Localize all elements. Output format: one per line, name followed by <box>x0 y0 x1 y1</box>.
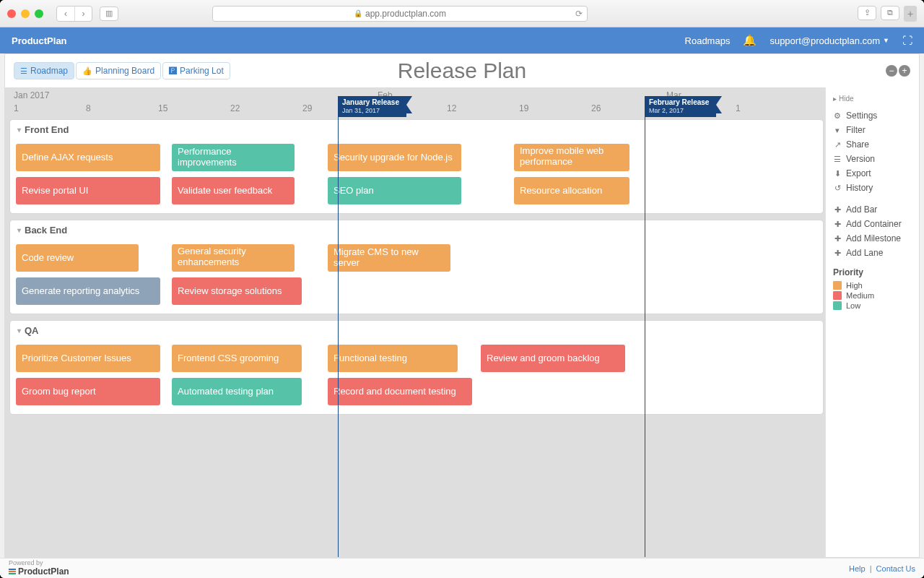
milestone-date: Jan 31, 2017 <box>342 107 399 115</box>
brand-logo[interactable]: ProductPlan <box>12 35 67 46</box>
roadmap-bar[interactable]: Functional testing <box>328 345 458 372</box>
url-bar[interactable]: 🔒 app.productplan.com ⟳ <box>212 6 588 22</box>
back-button[interactable]: ‹ <box>57 7 74 21</box>
reload-icon[interactable]: ⟳ <box>575 9 583 19</box>
roadmap-bar[interactable]: Migrate CMS to new server <box>328 244 450 272</box>
lane-header[interactable]: ▾QA <box>10 321 823 340</box>
plus-icon: ✚ <box>833 205 842 215</box>
roadmap-bar[interactable]: Generate reporting analytics <box>16 277 160 305</box>
menu-share[interactable]: ↗Share <box>833 137 912 152</box>
day-label: 19 <box>519 103 528 113</box>
zoom-controls: − + <box>886 65 910 77</box>
plus-icon: ✚ <box>833 234 842 243</box>
menu-export[interactable]: ⬇Export <box>833 166 912 181</box>
browser-chrome: ‹ › ▥ 🔒 app.productplan.com ⟳ ⇪ ⧉ + <box>0 0 924 27</box>
tab-roadmap[interactable]: ☰Roadmap <box>14 62 74 79</box>
legend-swatch <box>833 301 842 310</box>
powered-by: Powered by <box>9 560 69 566</box>
caret-down-icon: ▼ <box>883 37 889 44</box>
roadmap-bar[interactable]: Groom bug report <box>16 378 160 405</box>
header-row: ☰Roadmap 👍Planning Board 🅿Parking Lot Re… <box>5 54 919 87</box>
window-controls <box>7 9 43 18</box>
day-label: 22 <box>230 103 240 113</box>
gear-icon: ⚙ <box>833 111 842 121</box>
footer: Powered by ProductPlan Help | Contact Us <box>0 558 924 578</box>
planning-icon: 👍 <box>82 66 92 76</box>
lane-header[interactable]: ▾Back End <box>10 220 823 240</box>
add-container[interactable]: ✚Add Container <box>833 217 912 231</box>
notifications-icon[interactable]: 🔔 <box>743 34 757 47</box>
legend-item[interactable]: Medium <box>833 290 912 301</box>
milestone[interactable]: January Release Jan 31, 2017 <box>338 96 339 557</box>
lane: ▾Back EndCode reviewGeneral security enh… <box>9 220 824 314</box>
sidebar-toggle[interactable]: ▥ <box>100 7 118 21</box>
nav-back-forward: ‹ › <box>56 6 92 22</box>
roadmap-bar[interactable]: Define AJAX requests <box>16 144 160 171</box>
share-button[interactable]: ⇪ <box>858 6 876 20</box>
lock-icon: 🔒 <box>354 9 362 17</box>
chevron-down-icon: ▾ <box>17 327 21 335</box>
menu-filter[interactable]: ▾Filter <box>833 123 912 137</box>
add-bar[interactable]: ✚Add Bar <box>833 202 912 217</box>
lane: ▾Front EndDefine AJAX requestsPerformanc… <box>9 119 824 214</box>
tab-planning-board[interactable]: 👍Planning Board <box>76 62 161 79</box>
contact-link[interactable]: Contact Us <box>876 564 915 573</box>
milestone[interactable]: February Release Mar 2, 2017 <box>645 96 645 557</box>
roadmap-bar[interactable]: Performance improvements <box>172 144 295 171</box>
maximize-window[interactable] <box>35 9 43 18</box>
view-tabs: ☰Roadmap 👍Planning Board 🅿Parking Lot <box>14 62 230 79</box>
tabs-button[interactable]: ⧉ <box>881 6 899 20</box>
app-bar: ProductPlan Roadmaps 🔔 support@productpl… <box>0 27 924 53</box>
legend-label: Medium <box>846 291 874 300</box>
roadmap-bar[interactable]: Review and groom backlog <box>481 345 625 372</box>
lane-header[interactable]: ▾Front End <box>10 120 823 139</box>
roadmap-bar[interactable]: Code review <box>16 244 139 272</box>
user-menu[interactable]: support@productplan.com ▼ <box>770 35 889 46</box>
roadmap-icon: ☰ <box>20 66 27 76</box>
legend-item[interactable]: Low <box>833 301 912 311</box>
add-lane[interactable]: ✚Add Lane <box>833 246 912 260</box>
menu-version[interactable]: ☰Version <box>833 152 912 166</box>
day-label: 26 <box>591 103 601 113</box>
roadmap-bar[interactable]: Automated testing plan <box>172 378 302 405</box>
roadmap-bar[interactable]: Review storage solutions <box>172 277 302 305</box>
legend-label: High <box>846 281 863 290</box>
help-link[interactable]: Help <box>849 564 866 573</box>
timeline[interactable]: Jan 2017 Feb Mar 18152229512192651 Janua… <box>5 87 825 557</box>
legend-item[interactable]: High <box>833 280 912 290</box>
milestone-title: February Release <box>649 98 709 107</box>
footer-brand: ProductPlan <box>18 566 69 577</box>
roadmap-bar[interactable]: SEO plan <box>328 177 461 204</box>
roadmap-bar[interactable]: Record and document testing <box>328 378 472 405</box>
roadmap-bar[interactable]: Improve mobile web performance <box>514 144 629 171</box>
day-label: 1 <box>736 103 741 113</box>
zoom-in[interactable]: + <box>899 65 910 77</box>
legend-label: Low <box>846 301 860 310</box>
content-area: ☰Roadmap 👍Planning Board 🅿Parking Lot Re… <box>4 53 920 558</box>
fullscreen-icon[interactable]: ⛶ <box>902 35 912 46</box>
forward-button[interactable]: › <box>74 7 92 21</box>
roadmap-bar[interactable]: General security enhancements <box>172 244 295 272</box>
milestone-title: January Release <box>342 98 399 107</box>
close-window[interactable] <box>7 9 16 18</box>
hide-panel[interactable]: ▸Hide <box>833 95 912 103</box>
roadmap-bar[interactable]: Validate user feedback <box>172 177 295 204</box>
plus-icon: ✚ <box>833 220 842 229</box>
tab-parking-lot[interactable]: 🅿Parking Lot <box>162 62 230 79</box>
roadmap-bar[interactable]: Prioritize Customer Issues <box>16 345 160 372</box>
legend-swatch <box>833 291 842 300</box>
day-label: 15 <box>158 103 167 113</box>
roadmap-bar[interactable]: Resource allocation <box>514 177 629 204</box>
menu-history[interactable]: ↺History <box>833 181 912 195</box>
roadmap-bar[interactable]: Security upgrade for Node.js <box>328 144 461 171</box>
zoom-out[interactable]: − <box>886 65 897 77</box>
roadmap-bar[interactable]: Frontend CSS grooming <box>172 345 302 372</box>
roadmap-bar[interactable]: Revise portal UI <box>16 177 160 204</box>
menu-settings[interactable]: ⚙Settings <box>833 108 912 123</box>
milestone-date: Mar 2, 2017 <box>649 107 709 115</box>
minimize-window[interactable] <box>21 9 30 18</box>
add-milestone[interactable]: ✚Add Milestone <box>833 231 912 246</box>
nav-roadmaps[interactable]: Roadmaps <box>685 35 731 46</box>
history-icon: ↺ <box>833 184 842 193</box>
new-tab-button[interactable]: + <box>904 6 917 22</box>
